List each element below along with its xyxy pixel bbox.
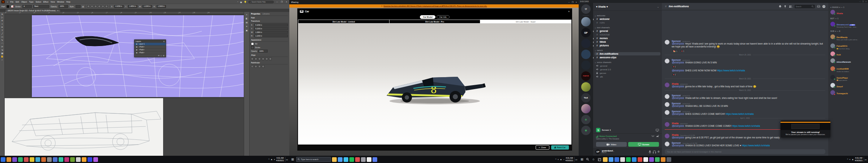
tab-car-info[interactable]: Car Info	[437, 15, 450, 19]
eye-icon[interactable]: ◉	[136, 52, 138, 54]
pinned-app-icon-4[interactable]	[24, 157, 29, 162]
server-race-car[interactable]	[581, 17, 591, 26]
pinned-app-icon-3[interactable]	[349, 157, 354, 162]
pinned-app-icon-6[interactable]	[367, 157, 371, 162]
member-xhaiia[interactable]: Xhaiia	[830, 9, 866, 16]
member-streamcord[interactable]: Streamcord✓ BOTStreaming Twitch help · s…	[830, 20, 866, 28]
task-view-icon[interactable]	[598, 158, 601, 161]
tool-icon-1[interactable]: ▷	[1, 16, 3, 19]
eye-icon[interactable]: ◉	[136, 49, 138, 51]
car-preview-stage[interactable]: 8	[298, 24, 571, 145]
minimize-button[interactable]: –	[860, 1, 861, 3]
pinned-app-icon-1[interactable]	[338, 157, 342, 162]
screen-share-button[interactable]: Screen	[628, 142, 659, 147]
fill-swatch[interactable]	[7, 5, 9, 8]
pinned-app-icon-0[interactable]	[1, 157, 5, 162]
pinned-app-icon-4[interactable]	[626, 157, 631, 162]
voice-channel-general[interactable]: general	[595, 64, 660, 67]
voice-channel-afk[interactable]: afk	[595, 75, 660, 78]
channel-pictures[interactable]: #pictures	[595, 44, 660, 47]
category-voice-channels[interactable]: ⌄voice channels	[593, 60, 662, 64]
pinned-app-icon-5[interactable]	[30, 157, 34, 162]
tool-icon-0[interactable]: ➤	[1, 13, 3, 16]
author-name[interactable]: Spencer	[672, 94, 681, 97]
panel-dock-icons[interactable]: «◧▤✦▣	[244, 12, 250, 156]
pinned-app-icon-2[interactable]	[12, 157, 17, 162]
pinned-app-icon-8[interactable]	[649, 157, 654, 162]
menu-file[interactable]: File	[10, 1, 13, 3]
server-dark[interactable]	[581, 39, 591, 48]
menu-object[interactable]: Object	[21, 1, 27, 3]
message[interactable]: Spencer03/31/2021@everyone Xhaiia will b…	[665, 94, 825, 100]
tool-icon-14[interactable]: ⌕	[1, 59, 3, 61]
twitch-link[interactable]: https://www.twitch.tv/xhaiia	[742, 144, 770, 147]
menu-help[interactable]: Help	[66, 1, 70, 3]
x-field[interactable]: 4.3258 in	[114, 5, 124, 8]
author-name[interactable]: Spencer	[672, 110, 681, 113]
tool-icon-4[interactable]: ✒	[1, 26, 3, 29]
screen-share-row[interactable]: S Screen 1	[593, 127, 662, 133]
reaction-pill[interactable]: ♥2	[672, 65, 677, 68]
close-button[interactable]: ×	[285, 1, 288, 3]
pinned-app-icon-6[interactable]	[35, 157, 40, 162]
layers-panel-footer[interactable]: ⊞◻🗑	[135, 54, 166, 57]
tool-icon-2[interactable]: ✛	[1, 20, 3, 22]
pinned-app-icon-5[interactable]	[632, 157, 637, 162]
stream-running-popup[interactable]: Your stream is still running! We've paus…	[780, 121, 830, 138]
tool-icon-11[interactable]: ⇲	[1, 49, 3, 51]
align-icons[interactable]	[251, 58, 288, 60]
discord-home[interactable]: ᗢ	[581, 4, 591, 14]
props-tab-libraries[interactable]: Libraries	[263, 13, 270, 15]
pinned-app-icon-7[interactable]	[373, 157, 377, 162]
pinned-messages-icon[interactable]	[784, 5, 787, 8]
category-text-channels[interactable]: ⌄text channels	[593, 26, 662, 29]
everyone-mention[interactable]: @everyone	[672, 105, 684, 107]
author-name[interactable]: Spencer	[672, 142, 681, 144]
minimize-button[interactable]: –	[569, 1, 570, 3]
home-icon[interactable]: ⌂	[7, 1, 8, 3]
pinned-app-icon-3[interactable]	[620, 157, 625, 162]
stroke-width-field[interactable]: ⬍	[22, 5, 32, 8]
h-field[interactable]: 1.5669 in	[157, 5, 166, 8]
message[interactable]: @everyone SHES LIVE NOW NOW NOW https://…	[665, 69, 825, 76]
channel-tiktok[interactable]: #tiktok	[595, 40, 660, 43]
everyone-mention[interactable]: @everyone	[672, 144, 684, 147]
message[interactable]: Spencer03/28/2021@everyone Heyo! Xhaiia …	[665, 40, 825, 53]
close-button[interactable]: ×	[576, 1, 577, 3]
pinned-app-icon-7[interactable]	[41, 157, 46, 162]
pinned-app-icon-9[interactable]	[655, 157, 660, 162]
menu-effect[interactable]: Effect	[43, 1, 48, 3]
model-tab-dirt-late-model-limited[interactable]: Dirt Late Model - Limited	[298, 20, 390, 23]
taskbar-clock[interactable]: 4:01 AM4/3/2021	[276, 157, 284, 162]
opacity-field[interactable]: 100%	[59, 5, 68, 8]
twitch-link[interactable]: https://www.twitch.tv/xhaiia	[732, 125, 760, 127]
model-tab-dirt-late-model-super[interactable]: Dirt Late Model - Super	[480, 20, 571, 23]
voice-channel-games[interactable]: games	[595, 71, 660, 75]
message[interactable]: Spencer03/29/2021@everyone XHAIIA GOING …	[665, 59, 825, 68]
pinned-app-icon-11[interactable]	[64, 157, 69, 162]
member-rockbah808[interactable]: rockbah808shatter me timbers	[830, 64, 866, 72]
lightbulb-icon[interactable]: 💡	[244, 1, 247, 3]
layer-row[interactable]: ◉Layer 1	[135, 43, 166, 46]
channel-memes[interactable]: #memes	[595, 37, 660, 40]
system-tray[interactable]: ^◖▲⌔	[556, 158, 565, 161]
server-header[interactable]: ♥ Xhaila ♥ ⌄	[593, 3, 662, 11]
author-name[interactable]: Xhaiia	[672, 134, 678, 136]
pinned-app-icon-10[interactable]	[661, 157, 665, 162]
twitch-link[interactable]: https://www.twitch.tv/xhaiia	[717, 69, 745, 72]
channel-general[interactable]: #general	[595, 29, 660, 33]
member-fruit[interactable]: fruit	[830, 50, 866, 57]
props-tab-properties[interactable]: Properties	[251, 13, 260, 15]
member-smurf[interactable]: Smurf	[830, 82, 866, 89]
menu-view[interactable]: View	[51, 1, 55, 3]
settings-gear-icon[interactable]: ⚙	[658, 150, 660, 153]
pinned-app-icon-1[interactable]	[7, 157, 11, 162]
appearance-stroke-swatch[interactable]	[251, 46, 254, 49]
adobe-help-search-input[interactable]: ⌕ Search Adobe Help	[248, 1, 274, 3]
close-tab-icon[interactable]: ×	[58, 10, 59, 12]
w-field[interactable]: 1.2293 in	[142, 5, 152, 8]
message[interactable]: Xhaiia03/30/2021@everyone gonna be a lit…	[665, 83, 825, 88]
lower-artboard-wireframe[interactable]	[5, 98, 163, 156]
arrange-documents-icon[interactable]: ▣	[240, 1, 242, 3]
layer-row[interactable]: ◉<Path>	[135, 49, 166, 51]
